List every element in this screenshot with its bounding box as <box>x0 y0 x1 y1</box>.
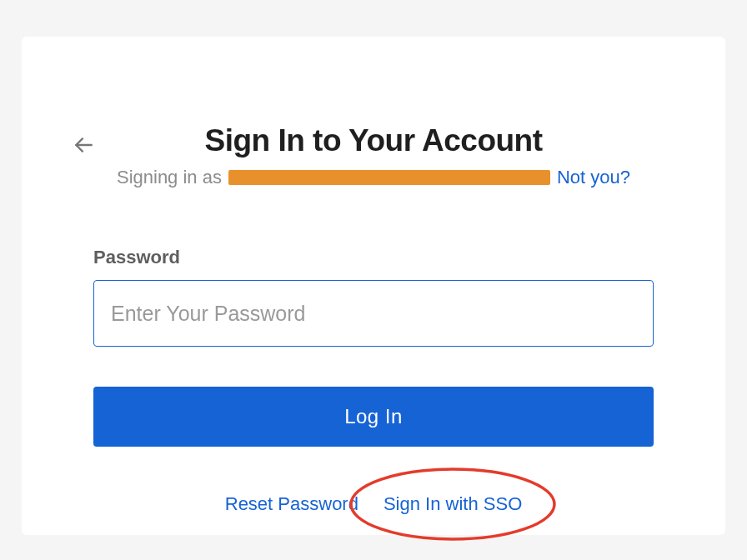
password-input[interactable] <box>93 280 654 347</box>
signin-card: Sign In to Your Account Signing in as No… <box>22 37 725 535</box>
signing-in-prefix: Signing in as <box>117 167 222 188</box>
back-button[interactable] <box>72 135 95 158</box>
signing-in-row: Signing in as Not you? <box>73 167 674 188</box>
redacted-email <box>228 170 550 185</box>
not-you-link[interactable]: Not you? <box>557 167 630 188</box>
login-button[interactable]: Log In <box>93 387 654 447</box>
sign-in-sso-link[interactable]: Sign In with SSO <box>384 493 522 514</box>
secondary-links: Reset Password Sign In with SSO <box>73 493 674 515</box>
arrow-left-icon <box>73 134 94 159</box>
reset-password-link[interactable]: Reset Password <box>225 493 358 515</box>
page-title: Sign In to Your Account <box>73 123 674 158</box>
password-label: Password <box>93 247 674 268</box>
